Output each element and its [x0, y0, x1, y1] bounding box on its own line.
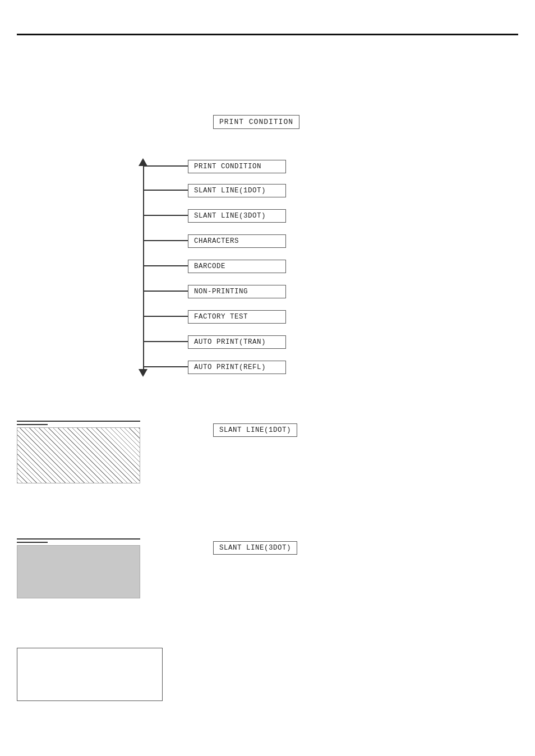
sample-line-short-2 — [17, 542, 48, 543]
slant-3dot-label-box: SLANT LINE(3DOT) — [213, 541, 297, 555]
sample-line-top-1 — [17, 421, 140, 422]
diagram-vertical-line — [143, 163, 144, 370]
menu-item-characters: CHARACTERS — [188, 234, 286, 248]
h-line-7 — [144, 341, 188, 342]
menu-item-auto-print-tran: AUTO PRINT(TRAN) — [188, 335, 286, 349]
slant-1dot-label-box: SLANT LINE(1DOT) — [213, 423, 297, 437]
h-line-8 — [144, 366, 188, 367]
diagram-area: PRINT CONDITION SLANT LINE(1DOT) SLANT L… — [87, 157, 423, 393]
menu-item-barcode: BARCODE — [188, 260, 286, 273]
menu-item-non-printing: NON-PRINTING — [188, 285, 286, 298]
slant-3dot-gray — [17, 545, 140, 598]
arrow-up-icon — [139, 158, 147, 166]
sample-line-short-1 — [17, 424, 48, 425]
menu-item-factory-test: FACTORY TEST — [188, 310, 286, 324]
h-line-2 — [144, 215, 188, 216]
h-line-1 — [144, 190, 188, 191]
menu-item-slant-3dot: SLANT LINE(3DOT) — [188, 209, 286, 223]
menu-item-slant-1dot: SLANT LINE(1DOT) — [188, 184, 286, 197]
top-rule — [17, 34, 518, 35]
h-line-4 — [144, 265, 188, 266]
slant-3dot-sample — [17, 538, 140, 598]
slant-1dot-hatched — [17, 427, 140, 483]
slant-1dot-sample — [17, 421, 140, 483]
h-line-3 — [144, 240, 188, 241]
print-condition-top-label: PRINT CONDITION — [219, 118, 293, 126]
h-line-0 — [144, 165, 188, 167]
menu-item-auto-print-refl: AUTO PRINT(REFL) — [188, 361, 286, 374]
arrow-down-icon — [139, 369, 147, 377]
h-line-6 — [144, 316, 188, 317]
menu-item-print-condition: PRINT CONDITION — [188, 160, 286, 173]
sample-line-top-2 — [17, 538, 140, 540]
h-line-5 — [144, 291, 188, 292]
print-condition-top-box: PRINT CONDITION — [213, 115, 299, 129]
characters-sample-box — [17, 648, 163, 701]
